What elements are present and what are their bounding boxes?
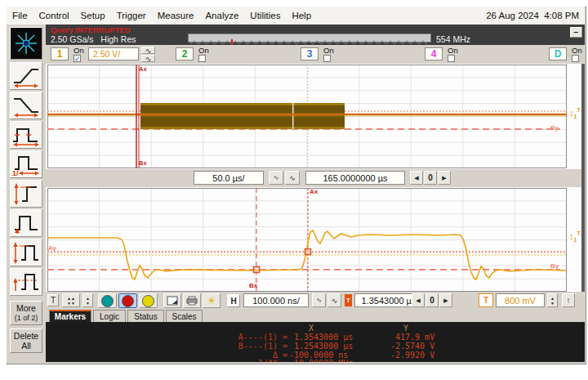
tab-markers[interactable]: Markers (49, 310, 91, 322)
tab-logic[interactable]: Logic (93, 310, 126, 322)
acq-mode: High Res (100, 34, 136, 44)
main-timebase-scale-input[interactable]: 50.0 µs/ (194, 171, 264, 185)
zoom-waveform-plot (47, 188, 567, 292)
delete-label: Delete (14, 331, 38, 341)
main-timebase-position-input[interactable]: 165.0000000 µs (305, 171, 405, 185)
bandwidth-readout: 554 MHz (436, 34, 470, 44)
scope-zoom-display[interactable]: Ax Bx Ay By ↕1T (46, 187, 581, 292)
timebase-overview-slider[interactable] (188, 34, 431, 42)
channel-4-on-label: On (448, 46, 458, 55)
zoom-timebase-scale-input[interactable]: 100.000 ns/ (243, 293, 309, 307)
zoom-hscale-shrink-button[interactable]: ∿ (327, 293, 341, 307)
trigger-t-label-button[interactable]: T (47, 294, 59, 306)
main-hscale-shrink-button[interactable]: ∿ (285, 171, 300, 185)
measure-v-average-button[interactable] (10, 268, 42, 296)
menu-file[interactable]: File (7, 11, 33, 20)
export-image-button[interactable] (163, 293, 181, 308)
main-waveform-plot (47, 65, 567, 168)
scope-main-display[interactable]: Ax Bx By ↕1T (46, 64, 581, 169)
more-measurements-button[interactable]: More (1 of 2) (10, 301, 42, 325)
trigger-coarse-spinner[interactable]: ▲▲▼▼ (62, 293, 80, 307)
measure-rise-time-button[interactable] (10, 62, 42, 90)
channel-digital-button[interactable]: D (549, 47, 567, 60)
mouse-mode-yellow-button[interactable] (139, 293, 158, 308)
menu-help[interactable]: Help (286, 11, 317, 20)
channel-1-checkbox[interactable]: ✓ (74, 55, 81, 62)
print-button[interactable] (183, 293, 201, 308)
measure-v-amplitude-button[interactable] (10, 239, 42, 266)
zoom-hscale-expand-button[interactable]: ∿ (312, 293, 326, 307)
zoom-channel-1-level-marker[interactable]: ↕1T (569, 230, 581, 244)
channel-1-button[interactable]: 1 (51, 47, 69, 60)
channel-3-checkbox[interactable] (323, 55, 331, 62)
v-average-icon (11, 270, 41, 294)
channel-2-checkbox[interactable] (198, 55, 206, 62)
channel-1-scale-up-button[interactable]: ∿ (141, 47, 155, 54)
display-brightness-button[interactable]: ☀ (203, 293, 220, 308)
measure-pulse-width-button[interactable] (10, 121, 42, 149)
trigger-slope-button[interactable]: ↑ (562, 293, 575, 307)
markers-readout-panel: X Y A----(1) = 1.3543000 µs 417.9 mV B--… (46, 322, 585, 362)
tab-scales[interactable]: Scales (166, 310, 203, 322)
channel-2-button[interactable]: 2 (176, 47, 194, 60)
zoom-position-left-button[interactable]: ◀ (412, 293, 425, 307)
display-right-border (581, 64, 585, 292)
main-position-zero-button[interactable]: 0 (424, 171, 437, 185)
channel-digital-on-label: On (572, 46, 582, 55)
marker-ay-label: Ay (48, 244, 56, 252)
marker-freq-label: 1/ΔX = (193, 359, 287, 362)
channel-4-button[interactable]: 4 (425, 47, 443, 60)
main-position-right-button[interactable]: ▶ (438, 171, 451, 185)
infiniium-logo[interactable] (10, 27, 42, 60)
minimize-button[interactable]: − (570, 27, 582, 38)
channel-bar: 1 On ✓ 2.50 V/ ∿ ∿ 2 On 3 On 4 On D On (46, 45, 585, 65)
zoom-position-right-button[interactable]: ▶ (439, 293, 452, 307)
zoom-timebase-bar: T ▲▲▼▼ ▲▼ ☀ H 100.000 ns/ ∿ ∿ T 1.354300… (46, 292, 585, 310)
measure-peak-peak-button[interactable] (10, 180, 42, 208)
measure-v-min-button[interactable] (10, 209, 42, 237)
more-label: More (16, 303, 36, 313)
trigger-level-spinner[interactable]: ▲▼ (547, 293, 558, 307)
menu-utilities[interactable]: Utilities (244, 11, 286, 20)
tab-status[interactable]: Status (127, 310, 164, 322)
marker-a-label: A----(1) = (193, 333, 287, 342)
channel-1-scale-down-button[interactable]: ∿ (141, 55, 155, 62)
channel-4-checkbox[interactable] (448, 55, 455, 62)
yellow-dot-icon (142, 295, 154, 307)
channel-1-scale-input[interactable]: 2.50 V/ (88, 47, 139, 60)
channel-3-on-label: On (323, 46, 334, 55)
menu-setup[interactable]: Setup (75, 11, 111, 20)
mouse-mode-teal-button[interactable] (98, 293, 117, 308)
trigger-position-indicator: T (345, 294, 352, 306)
zoom-position-zero-button[interactable]: 0 (425, 293, 439, 307)
v-amplitude-icon (11, 240, 41, 265)
status-bar: Query INTERRUPTED 2.50 GSa/s High Res 55… (46, 25, 585, 45)
menu-analyze[interactable]: Analyze (199, 11, 244, 20)
channel-1-level-marker[interactable]: ↕1T (569, 106, 581, 121)
mouse-mode-red-button[interactable] (118, 293, 137, 308)
trigger-fine-spinner[interactable]: ▲▼ (82, 293, 93, 307)
delete-all-button[interactable]: Delete All (10, 329, 42, 353)
readout-x-header: X (309, 324, 314, 333)
main-hscale-expand-button[interactable]: ∿ (269, 171, 283, 185)
marker-by-label-top: By (550, 124, 559, 132)
main-position-left-button[interactable]: ◀ (410, 171, 423, 185)
marker-by-label: By (550, 262, 559, 270)
menu-control[interactable]: Control (33, 11, 75, 20)
horizontal-h-button[interactable]: H (227, 294, 240, 307)
marker-delta-y-value: -2.9920 V (390, 351, 434, 360)
menu-measure[interactable]: Measure (152, 11, 200, 20)
v-min-icon (11, 211, 41, 235)
trigger-level-input[interactable]: 800 mV (496, 293, 545, 307)
channel-3-button[interactable]: 3 (301, 47, 318, 60)
more-page-label: (1 of 2) (15, 313, 38, 323)
trigger-source-button[interactable]: T (479, 293, 493, 307)
export-image-icon (167, 296, 178, 306)
marker-a-x-value: 1.3543000 µs (294, 333, 353, 342)
measure-frequency-button[interactable]: 1/ (10, 150, 42, 178)
menu-trigger[interactable]: Trigger (111, 11, 152, 20)
marker-b-y-value: -2.5740 V (390, 342, 434, 351)
channel-digital-checkbox[interactable] (572, 55, 579, 62)
peak-peak-icon (11, 181, 41, 206)
measure-fall-time-button[interactable] (10, 92, 42, 119)
